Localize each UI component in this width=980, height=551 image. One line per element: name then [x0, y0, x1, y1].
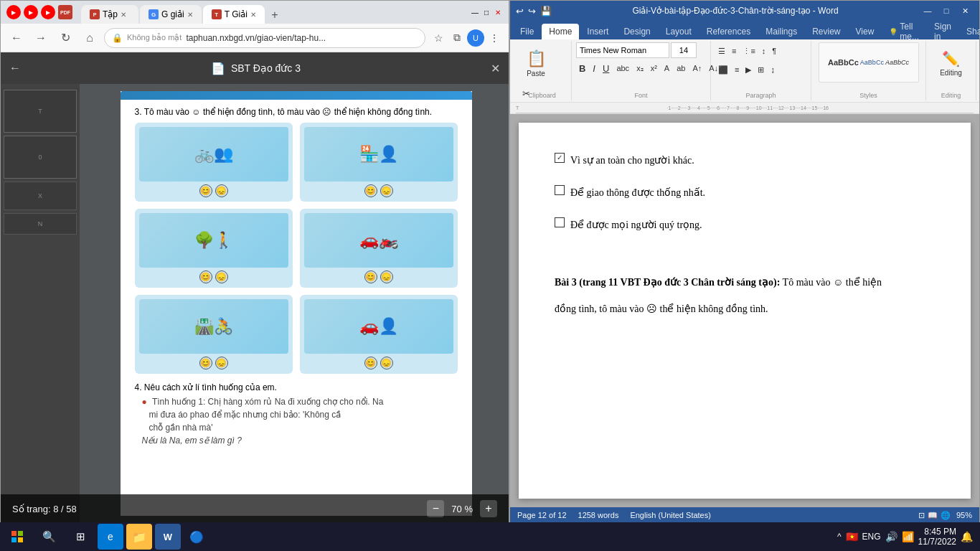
- tab-mailings[interactable]: Mailings: [758, 24, 804, 39]
- browser-tabs: P Tập ✕ G G giải ✕ T T Giải ✕ +: [81, 1, 283, 24]
- checkbox-item-3: Để được mọi người quý trọng.: [555, 216, 935, 234]
- notification-icon[interactable]: 🔔: [961, 531, 973, 542]
- subscript-button[interactable]: x₂: [633, 60, 646, 77]
- pdf-favicon[interactable]: PDF: [58, 5, 72, 19]
- tab-giai2-close[interactable]: ✕: [250, 11, 256, 19]
- tab-tap-close[interactable]: ✕: [121, 11, 126, 19]
- word-title: Giải-Vở-bài-tập-Đạo-đức-3-Chân-trời-sáng…: [552, 6, 919, 16]
- word-taskbar[interactable]: W: [155, 524, 181, 550]
- tab-sign-in[interactable]: Sign in: [927, 24, 958, 39]
- address-bar[interactable]: 🔒 Không bảo mật taphuan.nxbgd.vn/giao-vi…: [104, 28, 425, 48]
- sort-button[interactable]: ↕: [759, 42, 769, 60]
- question-4-text: 4. Nêu cách xử lí tình huống của em.: [135, 382, 458, 392]
- zoom-out-button[interactable]: −: [427, 500, 444, 517]
- speaker-icon[interactable]: 🔊: [885, 531, 897, 542]
- print-layout-btn[interactable]: ⊡: [918, 511, 925, 520]
- tab-view[interactable]: View: [849, 24, 882, 39]
- tab-layout[interactable]: Layout: [659, 24, 699, 39]
- justify-button[interactable]: ⊞: [755, 61, 767, 78]
- editing-label: Editing: [941, 92, 961, 99]
- tab-tap[interactable]: P Tập ✕: [81, 5, 138, 24]
- close-word[interactable]: ✕: [956, 4, 974, 18]
- numbering-button[interactable]: ≡: [729, 42, 739, 60]
- align-left-button[interactable]: ⬛: [715, 61, 731, 78]
- youtube-icon1[interactable]: ▶: [6, 5, 21, 19]
- multilevel-button[interactable]: ⋮≡: [740, 42, 758, 60]
- tab-giai2[interactable]: T T Giải ✕: [203, 5, 265, 24]
- file-explorer-taskbar[interactable]: 📁: [126, 524, 152, 550]
- illus-figures-1: 🚲👥: [194, 145, 233, 164]
- bold-button[interactable]: B: [576, 60, 588, 77]
- refresh-button[interactable]: ↻: [55, 28, 75, 48]
- redo-icon[interactable]: ↪: [528, 6, 536, 17]
- italic-button[interactable]: I: [590, 60, 598, 77]
- tab-insert[interactable]: Insert: [580, 24, 616, 39]
- extension-button[interactable]: ⧉: [448, 29, 466, 47]
- tab-design[interactable]: Design: [616, 24, 657, 39]
- strikethrough-button[interactable]: abc: [613, 60, 632, 77]
- edge-taskbar[interactable]: e: [98, 524, 123, 550]
- zoom-level: 70 %: [451, 504, 473, 514]
- editing-button[interactable]: ✏️ Editing: [930, 42, 973, 84]
- align-center-button[interactable]: ≡: [732, 61, 742, 78]
- profile-button[interactable]: U: [467, 29, 484, 47]
- task-view-button[interactable]: ⊞: [66, 522, 95, 551]
- more-menu-button[interactable]: ⋮: [486, 29, 503, 47]
- align-right-button[interactable]: ▶: [743, 61, 754, 78]
- checkbox-2[interactable]: [555, 185, 565, 195]
- save-icon[interactable]: 💾: [540, 6, 552, 17]
- underline-button[interactable]: U: [600, 60, 612, 77]
- tab-file[interactable]: File: [513, 24, 541, 39]
- home-button[interactable]: ⌂: [80, 28, 100, 48]
- tab-review[interactable]: Review: [805, 24, 847, 39]
- undo-icon[interactable]: ↩: [516, 6, 524, 17]
- show-hide-button[interactable]: ¶: [769, 42, 779, 60]
- superscript-button[interactable]: x²: [648, 60, 660, 77]
- pdf-back-icon[interactable]: ←: [9, 62, 21, 75]
- minimize-word[interactable]: —: [919, 4, 936, 18]
- checkbox-1[interactable]: ✓: [555, 153, 565, 163]
- tab-tell-me[interactable]: 💡Tell me...: [882, 24, 926, 39]
- styles-gallery[interactable]: AaBbCc AaBbCc AaBbCc: [819, 42, 919, 83]
- zoom-in-button[interactable]: +: [480, 500, 497, 517]
- start-button[interactable]: [3, 522, 32, 551]
- tab-references[interactable]: References: [699, 24, 758, 39]
- youtube-icon2[interactable]: ▶: [24, 5, 38, 19]
- chrome-taskbar[interactable]: 🔵: [184, 524, 209, 550]
- bullet-text-2: mi đưa áo phao để mặc nhưng chi bảo: 'Kh…: [149, 410, 458, 420]
- new-tab-button[interactable]: +: [266, 6, 283, 24]
- clock[interactable]: 8:45 PM 11/7/2022: [918, 527, 956, 547]
- restore-browser[interactable]: □: [481, 7, 491, 17]
- tab-home[interactable]: Home: [542, 24, 579, 39]
- chevron-icon[interactable]: ^: [837, 532, 842, 542]
- font-color-button[interactable]: A: [661, 60, 672, 77]
- search-button[interactable]: 🔍: [34, 522, 63, 551]
- line-spacing-button[interactable]: ↨: [768, 61, 778, 78]
- checkbox-3[interactable]: [555, 217, 565, 227]
- increase-font-button[interactable]: A↑: [689, 60, 705, 77]
- tab-giai1-close[interactable]: ✕: [187, 11, 193, 19]
- maximize-word[interactable]: □: [938, 4, 955, 18]
- bookmark-button[interactable]: ☆: [430, 29, 447, 47]
- pdf-close-icon[interactable]: ✕: [491, 62, 500, 75]
- font-size-selector[interactable]: 14: [671, 42, 697, 58]
- pdf-nav-left: ←: [9, 62, 21, 75]
- read-mode-btn[interactable]: 📖: [928, 511, 938, 520]
- bullet-text-3: chỗ gần nhà mà': [149, 423, 458, 433]
- youtube-icon3[interactable]: ▶: [41, 5, 55, 19]
- tab-giai1[interactable]: G G giải ✕: [140, 5, 202, 24]
- font-name-selector[interactable]: Times New Roman: [576, 42, 669, 58]
- network-icon[interactable]: 📶: [902, 531, 914, 542]
- close-browser[interactable]: ✕: [493, 7, 503, 17]
- tab-share[interactable]: Share: [959, 24, 980, 39]
- sad-face-2: 😞: [380, 184, 393, 197]
- zoom-controls: − 70 % +: [427, 500, 497, 517]
- highlight-button[interactable]: ab: [674, 60, 688, 77]
- bullets-button[interactable]: ☰: [715, 42, 728, 60]
- forward-button[interactable]: →: [31, 28, 51, 48]
- web-layout-btn[interactable]: 🌐: [941, 511, 951, 520]
- back-button[interactable]: ←: [6, 28, 27, 48]
- paste-button[interactable]: 📋 Paste: [517, 42, 555, 84]
- image-cell-5: 🛣️🚴 😊 😞: [135, 295, 293, 374]
- minimize-browser[interactable]: —: [470, 7, 480, 17]
